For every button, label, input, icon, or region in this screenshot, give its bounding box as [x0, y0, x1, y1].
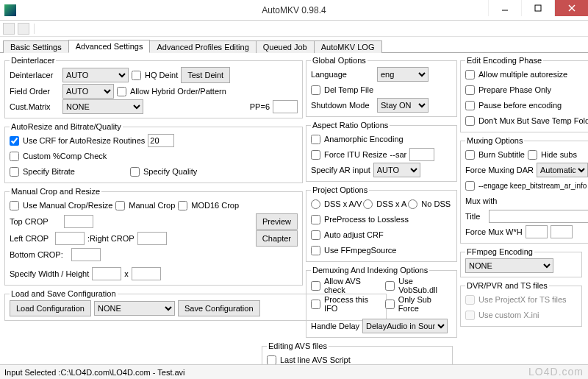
- specify-ar-label: Specify AR input: [311, 166, 370, 174]
- custom-comp-label: Custom %Comp Check: [23, 152, 107, 160]
- language-label: Language: [311, 70, 374, 79]
- deinterlacer-select[interactable]: AUTO: [62, 68, 129, 82]
- field-order-select[interactable]: AUTO: [62, 84, 114, 99]
- specify-quality-label: Specify Quality: [143, 167, 197, 176]
- engage-checkbox[interactable]: [465, 181, 475, 191]
- deinterlacer-label: Deinterlacer: [10, 71, 60, 79]
- force-dar-select[interactable]: Automatic: [537, 163, 588, 177]
- anamorphic-checkbox[interactable]: [311, 135, 320, 144]
- cust-matrix-select[interactable]: NONE: [62, 99, 143, 114]
- no-dss-radio[interactable]: [408, 199, 417, 209]
- ffmpeg-source-checkbox[interactable]: [311, 246, 320, 255]
- top-crop-input[interactable]: [64, 215, 93, 228]
- config-profile-select[interactable]: NONE: [94, 301, 175, 316]
- status-text: Input Selected :C:\LO4D.com\LO4D.com - T…: [4, 368, 185, 377]
- dont-mux-checkbox[interactable]: [465, 116, 475, 126]
- process-ifo-checkbox[interactable]: [311, 300, 320, 309]
- edit-encoding-legend: Edit Encoding Phase: [465, 56, 543, 65]
- use-manual-crop-checkbox[interactable]: [10, 201, 19, 210]
- ffmpeg-select[interactable]: NONE: [465, 258, 553, 273]
- pause-before-checkbox[interactable]: [465, 101, 475, 110]
- load-config-button[interactable]: Load Configuration: [10, 300, 91, 316]
- right-crop-input[interactable]: [137, 232, 167, 245]
- cust-matrix-label: Cust.Matrix: [10, 102, 60, 111]
- last-line-avs-checkbox[interactable]: [267, 355, 276, 365]
- no-dss-label: No DSS: [421, 199, 451, 208]
- project-options-legend: Project Options: [311, 185, 369, 194]
- height-input[interactable]: [132, 267, 161, 280]
- allow-avs-checkbox[interactable]: [311, 281, 320, 291]
- pp-input[interactable]: [273, 100, 298, 113]
- test-deint-button[interactable]: Test Deint: [181, 67, 230, 83]
- auto-crf-checkbox[interactable]: [311, 230, 320, 240]
- status-bar: Input Selected :C:\LO4D.com\LO4D.com - T…: [0, 364, 588, 379]
- autoresize-group: AutoResize and Bitrate/Quality Use CRF f…: [4, 122, 303, 183]
- force-mux-h-input[interactable]: [551, 225, 573, 238]
- hq-deint-checkbox[interactable]: [132, 71, 141, 80]
- prepare-only-checkbox[interactable]: [465, 85, 475, 95]
- dss-av-radio[interactable]: [311, 199, 320, 209]
- preview-button[interactable]: Preview: [256, 213, 298, 230]
- muxing-options-legend: Muxing Options: [465, 136, 524, 145]
- only-sub-checkbox[interactable]: [385, 300, 395, 309]
- allow-multiple-checkbox[interactable]: [465, 70, 475, 79]
- projectx-label: Use ProjectX for TS files: [478, 295, 567, 304]
- crf-value-input[interactable]: [148, 134, 174, 147]
- tab-strip: Basic Settings Advanced Settings Advance…: [0, 37, 588, 53]
- dss-a-label: DSS x A: [376, 199, 406, 208]
- anamorphic-label: Anamorphic Encoding: [324, 135, 404, 144]
- hq-deint-label: HQ Deint: [145, 71, 178, 79]
- hide-subs-checkbox[interactable]: [528, 150, 537, 160]
- content-area: Deinterlacer Deinterlacer AUTO HQ Deint …: [0, 53, 588, 377]
- manual-crop-checkbox[interactable]: [115, 201, 125, 210]
- preprocess-label: PreProcess to Lossless: [324, 215, 409, 224]
- specify-quality-checkbox[interactable]: [130, 167, 140, 177]
- burn-subtitle-checkbox[interactable]: [465, 150, 475, 160]
- hide-subs-label: Hide subs: [541, 150, 577, 159]
- title-input[interactable]: [489, 210, 588, 223]
- force-itu-checkbox[interactable]: [311, 150, 320, 160]
- allow-hybrid-checkbox[interactable]: [117, 87, 126, 96]
- tab-advanced-settings[interactable]: Advanced Settings: [68, 40, 151, 53]
- sar-input[interactable]: [409, 148, 434, 161]
- tab-advanced-profiles[interactable]: Advanced Profiles Editing: [149, 40, 256, 53]
- shutdown-select[interactable]: Stay ON: [377, 98, 429, 113]
- chapter-button[interactable]: Chapter: [256, 230, 298, 247]
- force-mux-w-input[interactable]: [526, 225, 548, 238]
- custom-comp-checkbox[interactable]: [10, 152, 19, 161]
- language-select[interactable]: eng: [377, 67, 429, 82]
- tab-queued-job[interactable]: Queued Job: [256, 40, 315, 53]
- vobsub-checkbox[interactable]: [385, 281, 395, 291]
- projectx-checkbox: [465, 295, 475, 305]
- allow-avs-label: Allow AVS check: [324, 277, 382, 294]
- mux-with-label: Mux with: [465, 196, 497, 205]
- left-crop-input[interactable]: [55, 232, 85, 245]
- close-button[interactable]: [554, 0, 588, 16]
- prepare-only-label: Prepare Phase Only: [478, 85, 551, 94]
- save-config-button[interactable]: Save Configuration: [178, 300, 260, 316]
- mod16-crop-checkbox[interactable]: [178, 201, 187, 210]
- demuxing-legend: Demuxing And Indexing Options: [311, 266, 429, 274]
- use-crf-checkbox[interactable]: [10, 136, 19, 146]
- specify-bitrate-checkbox[interactable]: [10, 167, 19, 177]
- toolbar-icon-2[interactable]: [18, 23, 29, 35]
- toolbar-icon-1[interactable]: [3, 23, 15, 35]
- preprocess-checkbox[interactable]: [311, 215, 320, 224]
- tab-automkv-log[interactable]: AutoMKV LOG: [314, 40, 382, 53]
- del-temp-checkbox[interactable]: [311, 85, 320, 95]
- maximize-button[interactable]: [521, 0, 554, 16]
- bottom-crop-input[interactable]: [71, 248, 101, 261]
- app-icon: [4, 4, 16, 16]
- sar-label: --sar: [390, 150, 407, 159]
- handle-delay-label: Handle Delay: [311, 322, 359, 330]
- use-manual-crop-label: Use Manual Crop/Resize: [23, 201, 112, 210]
- tab-basic-settings[interactable]: Basic Settings: [3, 40, 69, 53]
- ar-select[interactable]: AUTO: [373, 163, 420, 177]
- allow-hybrid-label: Allow Hybrid Order/Pattern: [130, 87, 226, 96]
- force-dar-label: Force Muxing DAR: [465, 166, 534, 174]
- dss-a-radio[interactable]: [363, 199, 373, 209]
- width-input[interactable]: [92, 267, 121, 280]
- top-crop-label: Top CROP: [10, 217, 61, 226]
- delay-select[interactable]: DelayAudio in Sound: [362, 319, 448, 333]
- minimize-button[interactable]: [488, 0, 521, 16]
